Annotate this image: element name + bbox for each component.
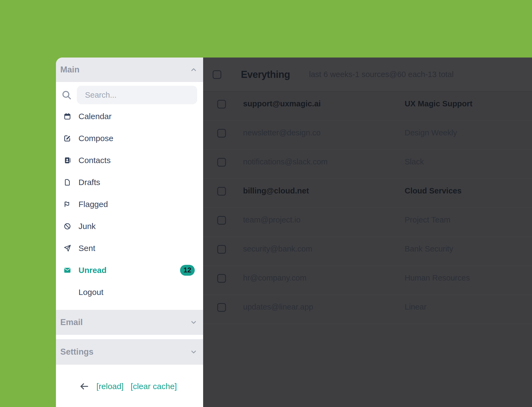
sidebar-item-label: Junk xyxy=(78,222,96,231)
sidebar-nav: Calendar Compose Contacts Drafts xyxy=(56,105,203,303)
search-icon xyxy=(56,90,77,100)
chevron-down-icon xyxy=(190,318,198,326)
sidebar-item-flagged[interactable]: Flagged xyxy=(56,193,203,215)
mail-panel: Everything last 6 weeks-1 sources@60 eac… xyxy=(203,58,532,407)
search-input[interactable] xyxy=(77,86,197,104)
sidebar-item-label: Calendar xyxy=(78,112,112,121)
row-checkbox[interactable] xyxy=(217,274,226,283)
sender-name: Slack xyxy=(405,157,424,167)
email-row[interactable]: security@bank.com Bank Security xyxy=(203,237,532,266)
reload-link[interactable]: [reload] xyxy=(96,382,124,391)
sidebar-item-label: Flagged xyxy=(78,200,108,209)
sidebar-item-compose[interactable]: Compose xyxy=(56,127,203,149)
sender-name: Linear xyxy=(405,302,427,312)
panel-subtitle: last 6 weeks-1 sources@60 each-13 total xyxy=(309,70,454,79)
envelope-icon xyxy=(62,266,73,274)
email-address: security@bank.com xyxy=(243,244,312,254)
section-main-label: Main xyxy=(60,65,80,75)
section-email-label: Email xyxy=(60,317,83,327)
section-header-settings[interactable]: Settings xyxy=(56,339,203,365)
sender-name: Human Resources xyxy=(405,273,470,283)
section-header-main[interactable]: Main xyxy=(56,58,203,82)
contacts-icon xyxy=(62,157,73,164)
sidebar-item-label: Sent xyxy=(78,244,95,253)
email-address: newsletter@design.co xyxy=(243,128,321,138)
email-address: hr@company.com xyxy=(243,273,307,283)
sidebar-footer: [reload] [clear cache] xyxy=(56,378,203,395)
compose-icon xyxy=(62,135,73,142)
row-checkbox[interactable] xyxy=(217,158,226,167)
sidebar-item-label: Unread xyxy=(78,266,106,275)
sidebar-item-label: Logout xyxy=(78,288,103,297)
sidebar-item-calendar[interactable]: Calendar xyxy=(56,105,203,127)
sidebar: Main Calendar Compose xyxy=(56,58,203,407)
sender-name: Bank Security xyxy=(405,244,453,254)
sidebar-item-label: Contacts xyxy=(78,156,111,165)
row-checkbox[interactable] xyxy=(217,303,226,312)
app-background: Main Calendar Compose xyxy=(0,0,532,407)
clear-cache-link[interactable]: [clear cache] xyxy=(131,382,177,391)
row-checkbox[interactable] xyxy=(217,100,226,109)
sender-name: UX Magic Support xyxy=(405,99,473,109)
email-row[interactable]: billing@cloud.net Cloud Services xyxy=(203,179,532,208)
sidebar-item-sent[interactable]: Sent xyxy=(56,237,203,259)
email-address: billing@cloud.net xyxy=(243,186,309,196)
unread-count-badge: 12 xyxy=(180,265,195,276)
mail-list-header: Everything last 6 weeks-1 sources@60 eac… xyxy=(203,58,532,92)
row-checkbox[interactable] xyxy=(217,187,226,196)
row-checkbox[interactable] xyxy=(217,245,226,254)
email-row[interactable]: updates@linear.app Linear xyxy=(203,295,532,324)
document-icon xyxy=(62,179,73,186)
email-row[interactable]: support@uxmagic.ai UX Magic Support xyxy=(203,92,532,121)
sender-name: Design Weekly xyxy=(405,128,457,138)
sidebar-item-unread[interactable]: Unread 12 xyxy=(56,259,203,281)
sidebar-item-logout[interactable]: Logout xyxy=(56,281,203,303)
email-row[interactable]: team@project.io Project Team xyxy=(203,208,532,237)
email-row[interactable]: notifications@slack.com Slack xyxy=(203,150,532,179)
chevron-down-icon xyxy=(190,348,198,356)
sidebar-item-label: Compose xyxy=(78,134,113,143)
row-checkbox[interactable] xyxy=(217,216,226,225)
chevron-up-icon xyxy=(190,66,198,74)
flag-icon xyxy=(62,201,73,208)
sidebar-item-contacts[interactable]: Contacts xyxy=(56,149,203,171)
email-address: notifications@slack.com xyxy=(243,157,328,167)
email-address: team@project.io xyxy=(243,215,301,225)
calendar-icon xyxy=(62,113,73,120)
sidebar-item-junk[interactable]: Junk xyxy=(56,215,203,237)
ban-icon xyxy=(62,222,73,230)
email-address: support@uxmagic.ai xyxy=(243,99,321,109)
email-address: updates@linear.app xyxy=(243,302,313,312)
sidebar-item-drafts[interactable]: Drafts xyxy=(56,171,203,193)
sender-name: Cloud Services xyxy=(405,186,462,196)
email-row[interactable]: hr@company.com Human Resources xyxy=(203,266,532,295)
email-row[interactable]: newsletter@design.co Design Weekly xyxy=(203,121,532,150)
section-header-email[interactable]: Email xyxy=(56,310,203,335)
select-all-checkbox[interactable] xyxy=(213,70,221,79)
sender-name: Project Team xyxy=(405,215,451,225)
back-button[interactable] xyxy=(79,381,89,392)
logout-icon-spacer xyxy=(62,288,73,296)
panel-title: Everything xyxy=(241,69,290,80)
paper-plane-icon xyxy=(62,244,73,252)
email-list: support@uxmagic.ai UX Magic Support news… xyxy=(203,92,532,324)
sidebar-item-label: Drafts xyxy=(78,178,100,187)
row-checkbox[interactable] xyxy=(217,129,226,138)
search-row xyxy=(56,86,197,104)
arrow-left-icon xyxy=(79,381,89,392)
section-settings-label: Settings xyxy=(60,347,93,357)
